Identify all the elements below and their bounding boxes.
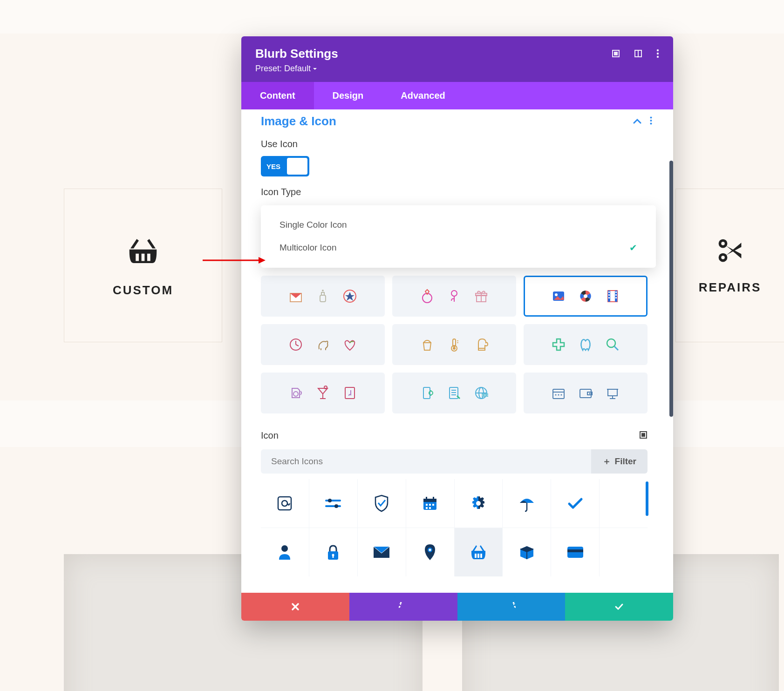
redo-button[interactable] bbox=[457, 593, 566, 621]
icon-gear-split[interactable] bbox=[455, 479, 503, 528]
tab-content[interactable]: Content bbox=[241, 82, 314, 109]
svg-rect-111 bbox=[480, 554, 482, 558]
svg-rect-113 bbox=[567, 549, 583, 552]
icon-pack-devices[interactable] bbox=[392, 373, 516, 413]
icon-sliders[interactable] bbox=[309, 479, 357, 528]
svg-rect-92 bbox=[423, 499, 436, 502]
svg-rect-36 bbox=[608, 291, 610, 293]
svg-rect-79 bbox=[608, 389, 617, 396]
svg-rect-93 bbox=[426, 497, 427, 500]
filter-label: Filter bbox=[615, 456, 636, 467]
svg-point-102 bbox=[281, 545, 288, 552]
icon-checkmark[interactable] bbox=[551, 479, 599, 528]
svg-rect-70 bbox=[482, 395, 488, 397]
section-menu-icon[interactable] bbox=[650, 116, 652, 127]
option-label: Multicolor Icon bbox=[280, 243, 337, 253]
save-button[interactable] bbox=[565, 593, 673, 621]
icon-card[interactable] bbox=[551, 528, 599, 576]
svg-rect-57 bbox=[345, 387, 355, 399]
icon-pack-jewelry[interactable] bbox=[392, 276, 516, 317]
icon-pack-office[interactable] bbox=[524, 373, 648, 413]
expand-field-icon[interactable] bbox=[639, 431, 648, 441]
icon-pack-gifts[interactable] bbox=[261, 276, 385, 317]
icon-field-label: Icon bbox=[261, 430, 279, 441]
modal-header: Blurb Settings Preset: Default bbox=[241, 36, 673, 82]
image-icon bbox=[550, 288, 567, 305]
svg-point-32 bbox=[584, 294, 587, 298]
dog-icon bbox=[314, 336, 331, 353]
icon-mail[interactable] bbox=[358, 528, 406, 576]
use-icon-toggle[interactable]: YES bbox=[261, 156, 309, 176]
icon-type-option-multi[interactable]: Multicolor Icon ✔ bbox=[261, 236, 656, 259]
section-title: Image & Icon bbox=[261, 114, 336, 129]
content-scrollbar[interactable] bbox=[669, 161, 673, 417]
columns-icon[interactable] bbox=[634, 49, 642, 58]
svg-line-52 bbox=[614, 346, 618, 350]
svg-point-22 bbox=[322, 290, 324, 291]
icon-type-option-single[interactable]: Single Color Icon bbox=[261, 214, 656, 236]
icon-pack-music[interactable] bbox=[261, 373, 385, 413]
icon-grid bbox=[261, 479, 648, 576]
use-icon-label: Use Icon bbox=[261, 139, 648, 149]
blurb-card-repairs[interactable]: REPAIRS bbox=[675, 189, 784, 342]
icon-grid-scrollbar[interactable] bbox=[646, 481, 648, 516]
svg-point-15 bbox=[657, 56, 659, 58]
svg-rect-21 bbox=[321, 292, 324, 295]
collapse-icon[interactable] bbox=[633, 117, 641, 126]
svg-rect-69 bbox=[482, 393, 488, 395]
icon-shield[interactable] bbox=[358, 479, 406, 528]
undo-button[interactable] bbox=[349, 593, 457, 621]
tab-design[interactable]: Design bbox=[314, 82, 382, 109]
icon-pin[interactable] bbox=[406, 528, 454, 576]
icon-pack-media[interactable] bbox=[524, 276, 648, 317]
tab-advanced[interactable]: Advanced bbox=[382, 82, 464, 109]
blurb-card-custom[interactable]: CUSTOM bbox=[64, 189, 222, 342]
icon-blank bbox=[600, 528, 648, 576]
cocktail-icon bbox=[314, 385, 331, 401]
icon-basket[interactable] bbox=[455, 528, 503, 576]
icon-at[interactable] bbox=[261, 479, 309, 528]
chevron-down-icon bbox=[313, 67, 317, 71]
svg-point-100 bbox=[476, 501, 481, 506]
settings-tabs: Content Design Advanced bbox=[241, 82, 673, 109]
icon-calendar[interactable] bbox=[406, 479, 454, 528]
svg-point-17 bbox=[650, 120, 652, 122]
svg-rect-110 bbox=[477, 554, 479, 558]
search-icons-input[interactable] bbox=[261, 449, 591, 474]
svg-rect-84 bbox=[642, 434, 645, 436]
svg-point-56 bbox=[324, 386, 327, 389]
page-top-strip bbox=[0, 0, 784, 34]
modal-title: Blurb Settings bbox=[255, 47, 338, 61]
kebab-menu-icon[interactable] bbox=[656, 49, 659, 58]
blurb-label: CUSTOM bbox=[113, 283, 173, 298]
check-icon: ✔ bbox=[629, 242, 637, 253]
icon-umbrella[interactable] bbox=[503, 479, 551, 528]
svg-point-73 bbox=[555, 394, 557, 396]
svg-point-86 bbox=[282, 501, 287, 506]
icon-lock[interactable] bbox=[309, 528, 357, 576]
icon-package[interactable] bbox=[503, 528, 551, 576]
svg-point-47 bbox=[453, 347, 456, 350]
icon-pack-pets[interactable] bbox=[261, 324, 385, 365]
svg-rect-37 bbox=[608, 294, 610, 296]
svg-point-51 bbox=[607, 339, 615, 347]
scissors-icon bbox=[716, 237, 744, 266]
svg-rect-20 bbox=[320, 295, 326, 302]
svg-point-88 bbox=[328, 499, 332, 502]
settings-content: Image & Icon Use Icon YES Icon Type bbox=[241, 109, 673, 593]
expand-icon[interactable] bbox=[612, 49, 620, 58]
icon-pack-health[interactable] bbox=[524, 324, 648, 365]
svg-point-74 bbox=[558, 394, 559, 396]
thermometer-icon bbox=[446, 336, 463, 353]
cancel-button[interactable] bbox=[241, 593, 349, 621]
wallet-icon bbox=[577, 385, 594, 401]
svg-point-13 bbox=[657, 49, 659, 51]
modal-footer bbox=[241, 593, 673, 621]
preset-dropdown[interactable]: Preset: Default bbox=[255, 64, 338, 74]
icon-pack-kitchen[interactable] bbox=[392, 324, 516, 365]
filter-button[interactable]: ＋ Filter bbox=[591, 449, 648, 474]
svg-rect-39 bbox=[615, 291, 617, 293]
envelope-icon bbox=[287, 288, 304, 305]
clock-icon bbox=[287, 336, 304, 353]
icon-person[interactable] bbox=[261, 528, 309, 576]
